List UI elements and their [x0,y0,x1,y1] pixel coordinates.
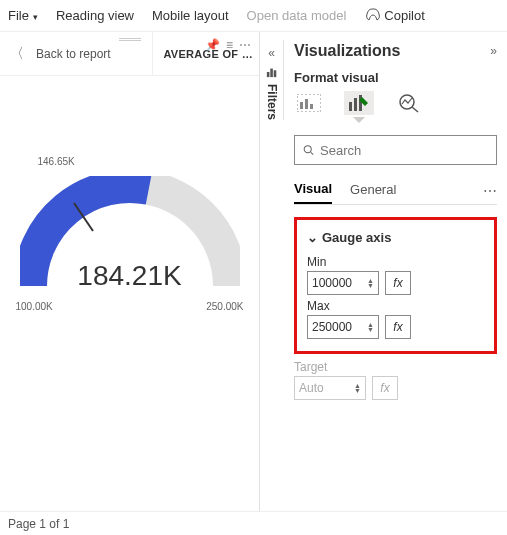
svg-rect-8 [349,102,352,111]
format-visual-icon[interactable] [344,91,374,115]
gauge-visual[interactable]: 184.21K 100.00K 250.00K 146.65K [0,76,259,511]
copilot-icon [364,8,380,24]
svg-rect-2 [270,69,273,78]
max-label: Max [307,299,484,313]
tab-visual[interactable]: Visual [294,177,332,204]
gauge-axis-title: Gauge axis [322,230,391,245]
max-fx-button[interactable]: fx [385,315,411,339]
svg-rect-5 [300,102,303,109]
max-input[interactable]: 250000 ▲▼ [307,315,379,339]
chevron-down-icon: ⌄ [307,230,318,245]
build-visual-icon[interactable] [294,91,324,115]
spinner-icon: ▲▼ [354,383,361,393]
page-indicator: Page 1 of 1 [8,517,69,531]
menu-file[interactable]: File ▾ [8,8,38,23]
tab-general[interactable]: General [350,178,396,203]
svg-rect-1 [266,72,269,77]
gauge-min-label: 100.00K [16,301,53,312]
back-to-report-link[interactable]: Back to report [36,47,111,61]
format-tabs: Visual General ⋯ [294,177,497,205]
svg-rect-7 [310,104,313,109]
spinner-icon[interactable]: ▲▼ [367,278,374,288]
chevron-down-icon: ▾ [33,12,38,22]
report-canvas: 📌 ≡ ⋯ 〈 Back to report AVERAGE OF … [0,32,260,511]
target-input: Auto ▲▼ [294,376,366,400]
target-value: Auto [299,381,324,395]
visualizations-pane: Visualizations » Format visual Visual Ge… [284,32,507,511]
more-icon[interactable]: ⋯ [239,38,251,52]
format-search-box[interactable] [294,135,497,165]
bar-chart-icon [265,66,279,78]
min-fx-button[interactable]: fx [385,271,411,295]
min-label: Min [307,255,484,269]
analytics-icon[interactable] [394,91,424,115]
gauge-axis-accordion[interactable]: ⌄ Gauge axis [307,230,484,245]
max-value: 250000 [312,320,352,334]
filter-icon[interactable]: ≡ [226,38,233,52]
spinner-icon[interactable]: ▲▼ [367,322,374,332]
menu-copilot-label: Copilot [384,8,424,23]
collapse-left-icon[interactable]: « [268,46,275,60]
highlight-box: ⌄ Gauge axis Min 100000 ▲▼ fx Max 250000… [294,217,497,354]
format-search-input[interactable] [320,143,488,158]
svg-point-13 [304,146,311,153]
collapse-right-icon[interactable]: » [490,44,497,58]
drag-handle-icon[interactable] [119,38,141,41]
pin-icon[interactable]: 📌 [205,38,220,52]
menu-copilot[interactable]: Copilot [364,8,424,24]
menu-file-label: File [8,8,29,23]
svg-rect-9 [354,98,357,111]
svg-line-12 [412,107,418,112]
visual-toolbar: 📌 ≡ ⋯ [205,38,251,52]
svg-rect-6 [305,99,308,109]
min-value: 100000 [312,276,352,290]
menu-mobile-layout[interactable]: Mobile layout [152,8,229,23]
tab-more-icon[interactable]: ⋯ [483,183,497,199]
gauge-value-label: 184.21K [20,260,240,292]
target-label: Target [294,360,497,374]
gauge-target-label: 146.65K [38,156,75,167]
format-mode-icons [294,91,497,121]
target-section-disabled: Target Auto ▲▼ fx [294,360,497,400]
format-visual-header: Format visual [294,70,497,85]
pane-title: Visualizations [294,42,400,60]
svg-rect-10 [359,95,362,111]
gauge-max-label: 250.00K [206,301,243,312]
menu-reading-view[interactable]: Reading view [56,8,134,23]
svg-rect-3 [273,70,276,77]
back-arrow-icon[interactable]: 〈 [6,45,28,63]
target-fx-button: fx [372,376,398,400]
min-input[interactable]: 100000 ▲▼ [307,271,379,295]
svg-line-14 [311,152,313,154]
top-menu-bar: File ▾ Reading view Mobile layout Open d… [0,0,507,32]
search-icon [303,143,314,157]
filters-collapsed-pane[interactable]: « Filters [260,40,284,120]
status-bar: Page 1 of 1 [0,511,507,535]
filters-label: Filters [265,84,279,120]
menu-open-data-model: Open data model [247,8,347,23]
